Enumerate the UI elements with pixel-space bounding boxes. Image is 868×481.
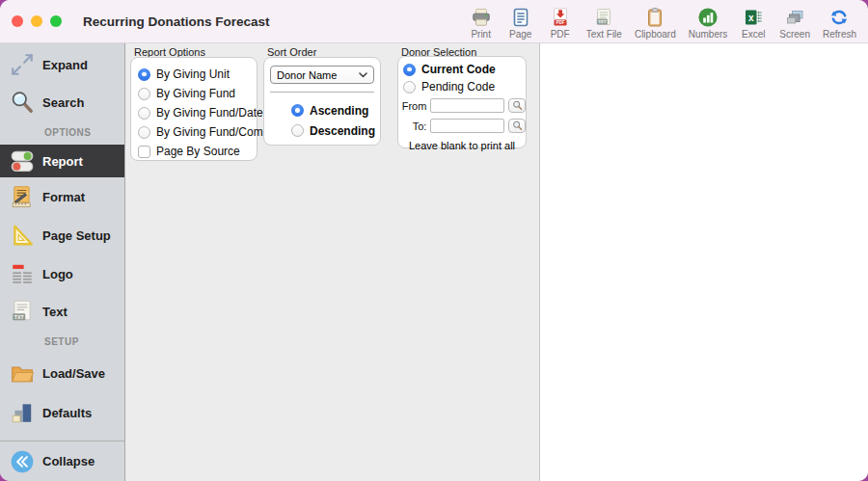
sidebar-item-label: Text	[42, 305, 68, 319]
pdf-button[interactable]: PDF PDF	[547, 7, 574, 40]
format-icon	[10, 184, 35, 209]
sidebar-item-label: Collapse	[42, 454, 95, 468]
from-lookup-button[interactable]	[508, 98, 526, 113]
text-file-icon: TXT	[593, 7, 614, 28]
numbers-icon	[697, 7, 719, 28]
svg-text:x: x	[748, 12, 754, 22]
logo-icon	[10, 261, 35, 286]
sidebar-item-label: Page Setup	[42, 228, 111, 243]
text-doc-icon: TXT	[10, 299, 35, 324]
sidebar-collapse-button[interactable]: Collapse	[0, 441, 124, 481]
sidebar-item-report[interactable]: Report	[0, 145, 124, 177]
bar-chart-icon	[10, 400, 35, 425]
printer-icon	[471, 7, 492, 28]
expand-icon	[10, 52, 35, 77]
radio-button[interactable]	[291, 104, 304, 117]
radio-button[interactable]	[138, 126, 150, 139]
page-setup-icon	[10, 223, 35, 248]
print-button[interactable]: Print	[468, 7, 495, 40]
collapse-icon	[10, 449, 35, 474]
toolbar-item-label: Excel	[742, 29, 765, 40]
radio-label: By Giving Fund	[156, 87, 235, 100]
from-label: From	[400, 100, 426, 112]
radio-label: Pending Code	[421, 80, 495, 94]
donor-selection-note: Leave blank to print all	[398, 140, 526, 151]
from-input[interactable]	[430, 98, 504, 113]
checkbox-page-by-source[interactable]: Page By Source	[131, 142, 257, 161]
radio-label: By Giving Fund/Comp	[156, 125, 269, 139]
dropdown-value: Donor Name	[277, 69, 337, 81]
toolbar-item-label: Numbers	[689, 29, 728, 40]
zoom-window-button[interactable]	[50, 15, 62, 27]
magnifier-icon	[512, 120, 523, 131]
radio-by-giving-unit[interactable]: By Giving Unit	[131, 65, 257, 84]
screen-icon	[784, 7, 805, 28]
radio-pending-code[interactable]: Pending Code	[398, 78, 526, 95]
refresh-icon	[828, 7, 850, 28]
radio-button[interactable]	[403, 81, 416, 94]
pdf-icon: PDF	[550, 7, 571, 28]
toolbar-item-label: Screen	[779, 29, 810, 40]
app-window: Recurring Donations Forecast Print Page	[0, 0, 868, 481]
radio-by-giving-fund-date[interactable]: By Giving Fund/Date	[131, 103, 257, 122]
radio-by-giving-fund-comp[interactable]: By Giving Fund/Comp	[131, 122, 257, 142]
sidebar-item-text[interactable]: TXT Text	[0, 293, 124, 330]
sidebar-item-logo[interactable]: Logo	[0, 254, 124, 293]
to-lookup-button[interactable]	[508, 119, 526, 133]
checkbox-label: Page By Source	[156, 145, 240, 158]
toolbar-item-label: Page	[509, 29, 531, 40]
sidebar-item-label: Expand	[42, 58, 88, 72]
to-input[interactable]	[430, 119, 504, 133]
minimize-window-button[interactable]	[31, 15, 42, 27]
close-window-button[interactable]	[12, 15, 23, 27]
sidebar-section-setup: SETUP	[0, 330, 124, 354]
svg-text:TXT: TXT	[14, 314, 25, 320]
radio-button[interactable]	[403, 64, 416, 76]
window-title: Recurring Donations Forecast	[83, 14, 270, 29]
sort-field-dropdown[interactable]: Donor Name	[270, 66, 374, 84]
donor-selection-panel: Current Code Pending Code From	[397, 56, 527, 148]
title-bar: Recurring Donations Forecast Print Page	[0, 0, 868, 43]
sidebar-item-defaults[interactable]: Defaults	[0, 392, 124, 433]
to-label: To:	[400, 120, 426, 132]
toolbar-item-label: Print	[471, 29, 491, 40]
report-options-area: Report Options By Giving Unit By Giving …	[125, 43, 540, 481]
radio-by-giving-fund[interactable]: By Giving Fund	[131, 84, 257, 103]
screen-button[interactable]: Screen	[779, 7, 810, 40]
refresh-button[interactable]: Refresh	[823, 7, 856, 40]
excel-button[interactable]: x Excel	[740, 7, 767, 40]
sidebar-section-options: OPTIONS	[0, 120, 124, 145]
page-icon	[510, 7, 531, 28]
radio-button[interactable]	[291, 124, 304, 137]
sidebar-item-search[interactable]: Search	[0, 84, 124, 120]
magnifier-icon	[512, 100, 523, 111]
sidebar-item-expand[interactable]: Expand	[0, 45, 124, 84]
radio-ascending[interactable]: Ascending	[264, 100, 380, 120]
svg-text:TXT: TXT	[598, 19, 607, 24]
radio-current-code[interactable]: Current Code	[398, 61, 526, 78]
numbers-button[interactable]: Numbers	[689, 7, 728, 40]
page-button[interactable]: Page	[507, 7, 534, 40]
sidebar-item-label: Logo	[42, 267, 73, 281]
sidebar-item-load-save[interactable]: Load/Save	[0, 354, 124, 392]
toolbar-item-label: Refresh	[823, 29, 856, 40]
radio-button[interactable]	[138, 88, 150, 100]
radio-descending[interactable]: Descending	[264, 120, 380, 141]
report-options-panel: By Giving Unit By Giving Fund By Giving …	[130, 57, 258, 161]
radio-label: Ascending	[310, 104, 368, 118]
sort-order-panel: Donor Name Ascending Descending	[263, 57, 381, 146]
search-icon	[10, 90, 35, 115]
sidebar-item-format[interactable]: Format	[0, 177, 124, 216]
radio-button[interactable]	[138, 107, 150, 120]
sidebar: Expand Search OPTIONS Report	[0, 43, 125, 481]
text-file-button[interactable]: TXT Text File	[586, 7, 622, 40]
checkbox[interactable]	[138, 146, 150, 158]
toolbar-item-label: PDF	[551, 29, 570, 40]
sidebar-item-page-setup[interactable]: Page Setup	[0, 216, 124, 254]
clipboard-button[interactable]: Clipboard	[635, 7, 676, 40]
sidebar-item-label: Format	[42, 190, 85, 204]
radio-button[interactable]	[138, 68, 150, 81]
export-toolbar: Print Page PDF PDF	[468, 4, 868, 40]
chevron-down-icon	[359, 72, 367, 78]
radio-label: By Giving Unit	[156, 67, 230, 81]
